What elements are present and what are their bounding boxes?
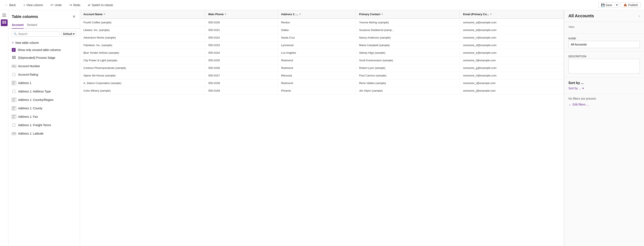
show-unused-row[interactable]: Show only unused table columns (8, 46, 80, 54)
table-row[interactable]: Litware, Inc. (sample)555-0151DallasSusa… (80, 26, 564, 34)
sidebar-title: Table columns (12, 14, 38, 19)
column-header-email[interactable]: Email (Primary Co...▾ (460, 10, 564, 18)
table-cell-main_phone: 555-0150 (205, 18, 278, 26)
name-section-label: Name (568, 37, 640, 40)
list-item[interactable]: AbcAccount Number (8, 62, 80, 70)
column-name: Address 1: Address Type (18, 90, 51, 93)
no-filters-text: No filters are present. (568, 97, 640, 100)
table-cell-account_name: Fabrikam, Inc. (sample) (80, 42, 205, 49)
table-cell-email: someone_g@example.com (460, 64, 564, 72)
sort-by-button[interactable]: Sort by ... ▾ (568, 86, 584, 90)
table-row[interactable]: Contoso Pharmaceuticals (sample)555-0156… (80, 64, 564, 72)
list-item[interactable]: AbcdefAddress 1 (8, 79, 80, 87)
list-item[interactable]: AbcdefAddress 1: County (8, 104, 80, 112)
list-item[interactable]: (Deprecated) Process Stage (8, 54, 80, 62)
column-header-account_name[interactable]: Account Name▾ (80, 10, 205, 18)
list-item[interactable]: Address 1: Freight Terms (8, 121, 80, 129)
table-row[interactable]: City Power & Light (sample)555-0155Redmo… (80, 57, 564, 64)
table-cell-address1: Lynnwood (278, 42, 356, 49)
name-input[interactable] (568, 41, 640, 48)
description-section: Description (564, 52, 644, 78)
publish-button[interactable]: 📤 Publish (621, 2, 641, 8)
column-header-label: Address 1: ... (281, 13, 298, 16)
svg-rect-4 (4, 21, 6, 22)
column-header-label: Main Phone (208, 13, 224, 16)
svg-rect-3 (2, 21, 4, 22)
tab-account-label: Account (12, 23, 24, 26)
table-row[interactable]: Blue Yonder Airlines (sample)555-0154Los… (80, 49, 564, 57)
data-table-area: Account Name▾Main Phone▾Address 1: ...▾P… (80, 10, 564, 246)
table-body: Fourth Coffee (sample)555-0150RentonYvon… (80, 18, 564, 94)
column-type-icon (12, 89, 16, 94)
column-header-primary_contact[interactable]: Primary Contact▾ (356, 10, 460, 18)
list-item[interactable]: AbcdefAddress 1: Country/Region (8, 96, 80, 104)
default-dropdown-button[interactable]: Default ▾ (61, 31, 76, 37)
table-row[interactable]: A. Datum Corporation (sample)555-0158Red… (80, 80, 564, 87)
list-item[interactable]: Account Rating (8, 70, 80, 79)
table-cell-address1: Phoenix (278, 87, 356, 94)
list-item[interactable]: Address 1: Address Type (8, 87, 80, 96)
switch-label: Switch to classic (92, 3, 113, 7)
edit-filters-button[interactable]: ⫠ Edit filters ... (568, 103, 589, 106)
switch-icon: ⇄ (88, 3, 90, 7)
redo-button[interactable]: ↪ Redo (68, 2, 82, 8)
table-header: Account Name▾Main Phone▾Address 1: ...▾P… (80, 10, 564, 18)
redo-icon: ↪ (69, 3, 72, 7)
show-unused-checkbox[interactable] (12, 48, 16, 52)
table-row[interactable]: Fabrikam, Inc. (sample)555-0153LynnwoodM… (80, 42, 564, 49)
table-cell-main_phone: 555-0159 (205, 87, 278, 94)
save-button[interactable]: 💾 Save (598, 2, 615, 8)
view-section: View (564, 22, 644, 34)
table-cell-main_phone: 555-0157 (205, 72, 278, 80)
new-table-column-button[interactable]: + New table column (8, 39, 80, 46)
table-row[interactable]: Adventure Works (sample)555-0152Santa Cr… (80, 34, 564, 42)
table-row[interactable]: Alpine Ski House (sample)555-0157Missoul… (80, 72, 564, 80)
save-dropdown-button[interactable]: ▾ (615, 2, 619, 8)
list-item[interactable]: 123Address 1: Latitude (8, 129, 80, 138)
column-type-icon: Abcdef (12, 98, 16, 102)
description-textarea[interactable] (568, 59, 640, 74)
tab-account[interactable]: Account (12, 22, 24, 29)
table-cell-address1: Missoula (278, 72, 356, 80)
table-cell-email: someone_j@example.com (460, 87, 564, 94)
svg-rect-2 (2, 16, 6, 17)
undo-icon: ↩ (50, 3, 53, 7)
back-button[interactable]: ← Back (3, 2, 18, 8)
save-group: 💾 Save ▾ (598, 2, 619, 8)
expand-panel-button[interactable]: › (639, 14, 640, 18)
sidebar-close-button[interactable]: ✕ (72, 14, 76, 20)
edit-filters-label: Edit filters ... (572, 103, 589, 106)
column-header-main_phone[interactable]: Main Phone▾ (205, 10, 278, 18)
table-row[interactable]: Fourth Coffee (sample)555-0150RentonYvon… (80, 18, 564, 26)
search-box: 🔍 (12, 31, 60, 37)
undo-button[interactable]: ↩ Undo (49, 2, 63, 8)
table-cell-main_phone: 555-0153 (205, 42, 278, 49)
svg-rect-9 (12, 56, 14, 57)
view-column-button[interactable]: + View column (22, 2, 45, 8)
right-panel-title: All Accounts (568, 14, 594, 18)
table-cell-main_phone: 555-0156 (205, 64, 278, 72)
plus-icon: + (24, 3, 25, 7)
table-icon (2, 21, 6, 25)
sidebar-tabs: Account Related (8, 22, 80, 29)
sort-by-section: Sort by ... Sort by ... ▾ (564, 78, 644, 94)
tab-related[interactable]: Related (27, 22, 37, 29)
search-input[interactable] (18, 32, 58, 36)
table-cell-account_name: Litware, Inc. (sample) (80, 26, 205, 34)
menu-icon-button[interactable] (1, 12, 8, 18)
table-cell-address1: Santa Cruz (278, 34, 356, 42)
table-row[interactable]: Coho Winery (sample)555-0159PhoenixJim G… (80, 87, 564, 94)
table-cell-address1: Redmond (278, 57, 356, 64)
sort-icon: ▾ (300, 13, 301, 16)
description-label: Description (568, 55, 640, 58)
table-cell-address1: Redmond (278, 80, 356, 87)
top-bar-right: 💾 Save ▾ 📤 Publish (598, 2, 641, 8)
list-item[interactable]: AbcdefAddress 1: Fax (8, 112, 80, 121)
table-icon-button[interactable] (1, 20, 8, 26)
svg-rect-5 (2, 22, 4, 22)
switch-to-classic-button[interactable]: ⇄ Switch to classic (86, 2, 115, 8)
svg-rect-14 (14, 58, 16, 59)
tab-related-label: Related (27, 23, 37, 26)
column-name: Address 1: Latitude (18, 132, 44, 135)
column-header-address1[interactable]: Address 1: ...▾ (278, 10, 356, 18)
